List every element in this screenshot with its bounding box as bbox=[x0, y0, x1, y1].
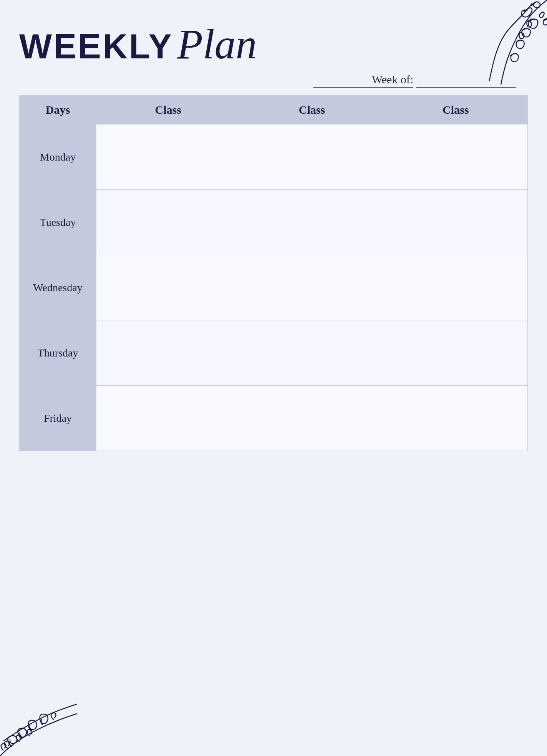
table-header-row: Days Class Class Class bbox=[20, 96, 528, 124]
table-row: Thursday bbox=[20, 320, 528, 386]
class3-header: Class bbox=[384, 96, 527, 124]
class-cell-tuesday-3[interactable] bbox=[384, 190, 527, 255]
title-weekly: WEEKLY bbox=[19, 29, 173, 64]
day-label-thursday: Thursday bbox=[20, 320, 96, 386]
planner-body: MondayTuesdayWednesdayThursdayFriday bbox=[20, 124, 528, 451]
class2-header: Class bbox=[240, 96, 384, 124]
class-cell-wednesday-3[interactable] bbox=[384, 255, 527, 320]
class-cell-monday-2[interactable] bbox=[240, 124, 384, 190]
week-of-value bbox=[416, 86, 516, 88]
title-line: WEEKLY Plan bbox=[19, 23, 528, 65]
class-cell-thursday-2[interactable] bbox=[240, 320, 384, 386]
days-header: Days bbox=[20, 96, 96, 124]
planner-table: Days Class Class Class MondayTuesdayWedn… bbox=[19, 95, 528, 451]
table-row: Tuesday bbox=[20, 190, 528, 255]
header: WEEKLY Plan bbox=[19, 23, 528, 65]
class-cell-thursday-3[interactable] bbox=[384, 320, 527, 386]
class-cell-monday-3[interactable] bbox=[384, 124, 527, 190]
class1-header: Class bbox=[96, 96, 240, 124]
day-label-monday: Monday bbox=[20, 124, 96, 190]
bottom-left-decoration bbox=[0, 679, 77, 756]
class-cell-friday-1[interactable] bbox=[96, 386, 240, 451]
class-cell-monday-1[interactable] bbox=[96, 124, 240, 190]
class-cell-thursday-1[interactable] bbox=[96, 320, 240, 386]
class-cell-tuesday-1[interactable] bbox=[96, 190, 240, 255]
day-label-wednesday: Wednesday bbox=[20, 255, 96, 320]
class-cell-friday-2[interactable] bbox=[240, 386, 384, 451]
table-row: Friday bbox=[20, 386, 528, 451]
table-row: Wednesday bbox=[20, 255, 528, 320]
class-cell-wednesday-1[interactable] bbox=[96, 255, 240, 320]
class-cell-wednesday-2[interactable] bbox=[240, 255, 384, 320]
class-cell-tuesday-2[interactable] bbox=[240, 190, 384, 255]
day-label-friday: Friday bbox=[20, 386, 96, 451]
day-label-tuesday: Tuesday bbox=[20, 190, 96, 255]
table-row: Monday bbox=[20, 124, 528, 190]
week-of-line: Week of: bbox=[19, 73, 528, 88]
page: WEEKLY Plan Week of: Days Class Class Cl… bbox=[0, 0, 547, 756]
class-cell-friday-3[interactable] bbox=[384, 386, 527, 451]
week-of-label: Week of: bbox=[313, 73, 413, 88]
title-plan: Plan bbox=[177, 23, 257, 65]
